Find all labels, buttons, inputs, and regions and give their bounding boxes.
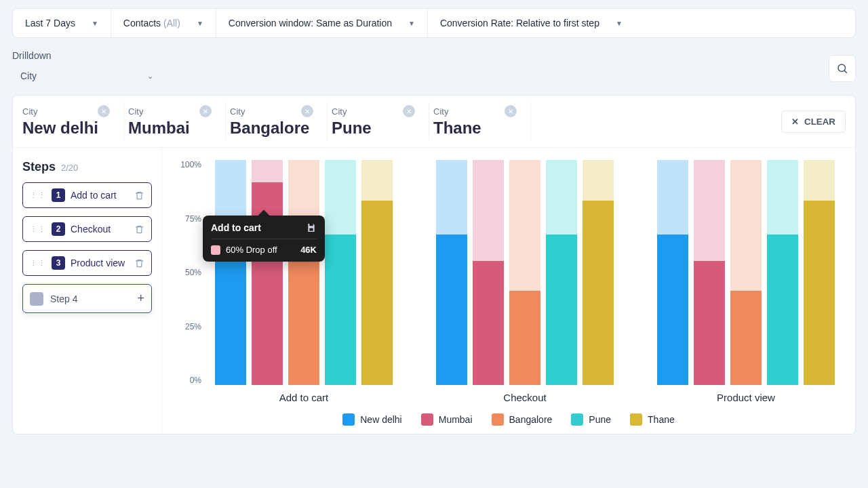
drag-handle-icon[interactable]: ⋮⋮ <box>30 225 46 234</box>
tooltip-swatch <box>211 245 220 255</box>
x-axis-labels: Add to cartCheckoutProduct view <box>207 385 843 403</box>
bar[interactable] <box>325 160 356 385</box>
filter-contacts[interactable]: Contacts (All) ▼ <box>111 9 216 37</box>
trash-icon[interactable] <box>134 258 144 268</box>
filter-duration-label: Last 7 Days <box>25 18 75 28</box>
x-label: Add to cart <box>214 392 394 403</box>
y-tick: 100% <box>174 160 201 169</box>
chip-value: New delhi <box>22 119 110 138</box>
plus-icon: + <box>137 291 144 306</box>
steps-count: 2/20 <box>61 163 78 173</box>
chip-row: City✕New delhiCity✕MumbaiCity✕BangaloreC… <box>13 96 855 148</box>
bar[interactable] <box>730 160 762 385</box>
chip-remove[interactable]: ✕ <box>403 105 415 117</box>
chip-value: Bangalore <box>230 119 313 138</box>
chart-area: 100%75%50%25%0% Add to cartCheckoutProdu… <box>162 148 855 434</box>
legend-label: Thane <box>648 414 675 425</box>
trash-icon[interactable] <box>134 190 144 201</box>
filter-chip: City✕Bangalore <box>226 102 328 140</box>
filter-duration[interactable]: Last 7 Days ▼ <box>13 9 111 37</box>
drilldown-label: Drilldown <box>12 50 161 61</box>
legend-item[interactable]: Pune <box>571 413 611 426</box>
bar[interactable] <box>804 160 835 385</box>
drilldown-select[interactable]: City ⌄ <box>12 65 161 87</box>
filter-conversion-rate-label: Conversion Rate: Relative to first step <box>440 18 599 28</box>
filter-conversion-window-label: Conversion window: Same as Duration <box>229 18 392 28</box>
bar-group <box>435 160 615 385</box>
bar[interactable] <box>288 160 319 385</box>
chip-dimension: City <box>332 106 347 117</box>
filter-conversion-rate[interactable]: Conversion Rate: Relative to first step … <box>428 9 635 37</box>
filter-conversion-window[interactable]: Conversion window: Same as Duration ▼ <box>216 9 428 37</box>
bar[interactable] <box>252 160 283 385</box>
drag-handle-icon[interactable]: ⋮⋮ <box>30 259 46 268</box>
chevron-down-icon: ▼ <box>408 20 415 27</box>
legend-item[interactable]: New delhi <box>342 413 401 426</box>
chevron-down-icon: ▼ <box>92 20 98 27</box>
bar[interactable] <box>546 160 577 385</box>
chip-remove[interactable]: ✕ <box>301 105 313 117</box>
step-number: 2 <box>52 222 65 236</box>
close-icon: ✕ <box>791 117 799 127</box>
legend-item[interactable]: Mumbai <box>421 413 473 426</box>
y-tick: 25% <box>174 322 201 331</box>
step-number: 3 <box>52 256 65 270</box>
chip-dimension: City <box>433 106 448 117</box>
step-item[interactable]: ⋮⋮2Checkout <box>22 216 152 242</box>
chip-value: Thane <box>433 119 517 138</box>
legend-swatch <box>421 413 433 426</box>
chart-tooltip: Add to cart 60% Drop off 46K <box>203 216 325 262</box>
chip-remove[interactable]: ✕ <box>98 105 110 117</box>
filter-chip: City✕Pune <box>328 102 429 140</box>
x-label: Checkout <box>435 392 615 403</box>
chip-remove[interactable]: ✕ <box>505 105 517 117</box>
legend-item[interactable]: Thane <box>630 413 675 426</box>
step-item[interactable]: ⋮⋮3Product view <box>22 250 152 276</box>
bar-group <box>656 160 836 385</box>
legend-swatch <box>342 413 355 426</box>
legend-item[interactable]: Bangalore <box>492 413 553 426</box>
filter-contacts-label: Contacts <box>123 18 161 28</box>
search-button[interactable] <box>829 55 856 82</box>
bar[interactable] <box>215 160 246 385</box>
step-label: Checkout <box>71 224 111 235</box>
step-add[interactable]: Step 4 + <box>22 284 152 313</box>
chip-dimension: City <box>22 106 37 117</box>
legend-label: Pune <box>589 414 611 425</box>
chip-remove[interactable]: ✕ <box>199 105 212 117</box>
step-label: Add to cart <box>71 190 117 201</box>
bar[interactable] <box>436 160 467 385</box>
legend-label: Mumbai <box>439 414 473 425</box>
trash-icon[interactable] <box>134 224 144 235</box>
bar[interactable] <box>583 160 614 385</box>
bar[interactable] <box>694 160 725 385</box>
bar[interactable] <box>509 160 540 385</box>
clear-button[interactable]: ✕ CLEAR <box>781 110 846 133</box>
legend-swatch <box>492 413 504 426</box>
save-icon[interactable] <box>306 222 317 233</box>
search-icon <box>836 62 848 75</box>
step-add-label: Step 4 <box>50 293 77 304</box>
bar[interactable] <box>473 160 504 385</box>
svg-rect-2 <box>309 224 313 226</box>
bar[interactable] <box>361 160 393 385</box>
chip-value: Pune <box>332 119 415 138</box>
legend-swatch <box>630 413 642 426</box>
bar-group <box>214 160 394 385</box>
legend-label: New delhi <box>360 414 401 425</box>
drilldown-row: Drilldown City ⌄ <box>12 50 856 87</box>
bar-groups <box>207 160 843 385</box>
svg-line-1 <box>844 70 846 73</box>
svg-rect-3 <box>309 228 313 231</box>
bar[interactable] <box>657 160 688 385</box>
drilldown-selected: City <box>20 70 37 81</box>
y-tick: 50% <box>174 268 201 277</box>
y-axis: 100%75%50%25%0% <box>174 160 207 404</box>
bar[interactable] <box>767 160 798 385</box>
tooltip-title: Add to cart <box>211 222 261 233</box>
step-item[interactable]: ⋮⋮1Add to cart <box>22 182 152 208</box>
drag-handle-icon[interactable]: ⋮⋮ <box>30 191 46 200</box>
step-placeholder-icon <box>30 292 43 306</box>
x-label: Product view <box>656 392 836 403</box>
main-panel: City✕New delhiCity✕MumbaiCity✕BangaloreC… <box>12 95 856 434</box>
